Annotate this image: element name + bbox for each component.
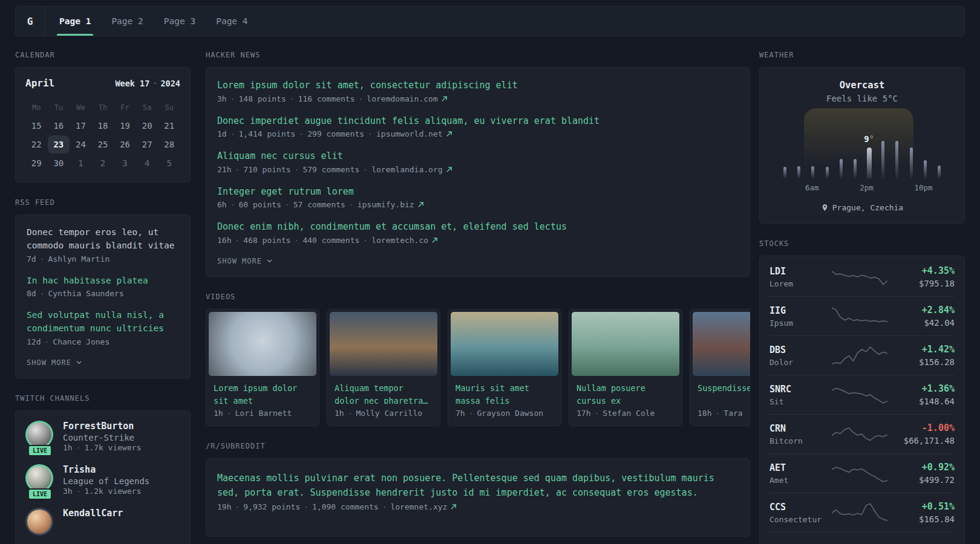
meta-text: 17h bbox=[577, 409, 590, 418]
stock-row[interactable]: AHS+0.46% bbox=[769, 532, 955, 544]
meta-separator: · bbox=[363, 165, 368, 174]
twitch-channel-category: Counter-Strike bbox=[63, 433, 141, 442]
stock-row[interactable]: DBSDolor+1.42%$156.28 bbox=[769, 335, 955, 375]
meta-text: Grayson Dawson bbox=[477, 409, 543, 418]
twitch-channel-name: ForrestBurton bbox=[63, 421, 141, 432]
tab-page-2[interactable]: Page 2 bbox=[109, 7, 145, 36]
stock-ticker: IIG bbox=[769, 305, 828, 316]
video-thumbnail bbox=[451, 312, 558, 376]
item-meta: 1h·1.7k viewers bbox=[63, 443, 141, 452]
twitch-channel-row[interactable]: KendallCarr bbox=[25, 508, 180, 536]
video-card[interactable]: Lorem ipsum dolor sit amet consectetu…1h… bbox=[206, 309, 319, 426]
degree-symbol: ° bbox=[869, 134, 874, 144]
weather-bar-slot bbox=[876, 141, 890, 178]
calendar-day-grid: 1516171819202122232425262728293012345 bbox=[25, 117, 180, 172]
source-domain-link[interactable]: ipsumify.biz bbox=[358, 200, 414, 209]
chevron-down-icon bbox=[76, 359, 82, 366]
rss-item: In hac habitasse platea8d·Cynthia Saunde… bbox=[27, 274, 179, 299]
calendar-day: 4 bbox=[136, 154, 158, 172]
subreddit-widget: /R/SUBREDDIT Maecenas mollis pulvinar er… bbox=[206, 442, 750, 537]
meta-separator: · bbox=[382, 502, 387, 511]
tab-page-3[interactable]: Page 3 bbox=[162, 7, 198, 36]
weather-section-title: WEATHER bbox=[759, 51, 965, 59]
hackernews-show-more-button[interactable]: SHOW MORE bbox=[217, 257, 739, 265]
meta-text: 579 comments bbox=[302, 165, 359, 174]
meta-text: 7d bbox=[27, 254, 36, 264]
item-meta: 3h·1.2k viewers bbox=[63, 487, 141, 496]
hackernews-item-title[interactable]: Lorem ipsum dolor sit amet, consectetur … bbox=[217, 79, 739, 92]
stock-row[interactable]: CCSConsectetur+0.51%$165.84 bbox=[769, 493, 955, 532]
weather-bar-slot bbox=[834, 159, 848, 178]
hackernews-item-title[interactable]: Donec imperdiet augue tincidunt felis al… bbox=[217, 114, 739, 128]
calendar-day: 24 bbox=[70, 135, 92, 154]
stock-row[interactable]: SNRCSit+1.36%$148.64 bbox=[769, 375, 955, 414]
calendar-weekday-label: Mo bbox=[25, 99, 48, 117]
meta-text: Cynthia Saunders bbox=[48, 289, 123, 298]
stock-row[interactable]: AETAmet+0.92%$499.72 bbox=[769, 453, 955, 493]
weather-bar bbox=[895, 141, 898, 178]
stock-sparkline bbox=[828, 344, 892, 367]
tab-page-1[interactable]: Page 1 bbox=[57, 7, 93, 36]
stock-row[interactable]: IIGIpsum+2.84%$42.04 bbox=[769, 296, 955, 335]
stock-change: +0.51% bbox=[892, 501, 955, 512]
meta-separator: · bbox=[304, 502, 309, 511]
video-card[interactable]: Suspendisse diam18h·Tara bbox=[690, 309, 750, 426]
stock-ticker: CRN bbox=[769, 423, 828, 434]
item-meta: 6h·60 points·57 comments·ipsumify.biz bbox=[217, 200, 739, 209]
weather-bar bbox=[840, 159, 843, 178]
source-domain-link[interactable]: loremdomain.com bbox=[367, 94, 437, 103]
videos-section-title: VIDEOS bbox=[206, 293, 750, 301]
rss-item-title[interactable]: Donec tempor eros leo, ut commodo mauris… bbox=[27, 226, 179, 253]
stock-change: +4.35% bbox=[892, 265, 955, 276]
calendar-header: April Week 17·2024 bbox=[25, 77, 180, 89]
meta-separator: · bbox=[40, 289, 45, 298]
stock-name: Consectetur bbox=[769, 515, 828, 524]
hackernews-item-title[interactable]: Aliquam nec cursus elit bbox=[217, 149, 739, 163]
stock-price: $165.84 bbox=[892, 514, 955, 524]
twitch-channel-row[interactable]: LIVETrishaLeague of Legends3h·1.2k viewe… bbox=[25, 464, 180, 496]
video-card[interactable]: Mauris sit amet massa felis7h·Grayson Da… bbox=[448, 309, 561, 426]
rss-show-more-button[interactable]: SHOW MORE bbox=[27, 358, 179, 367]
rss-item-title[interactable]: Sed volutpat nulla nisl, a condimentum n… bbox=[27, 309, 179, 335]
hackernews-item-title[interactable]: Donec enim nibh, condimentum et accumsan… bbox=[217, 220, 739, 234]
stock-row[interactable]: LDILorem+4.35%$795.18 bbox=[769, 257, 955, 296]
calendar-weekday-row: MoTuWeThFrSaSu bbox=[25, 99, 180, 117]
stock-price: $156.28 bbox=[892, 357, 955, 367]
dashboard: CALENDAR April Week 17·2024 MoTuWeThFrSa… bbox=[0, 51, 980, 544]
hackernews-item: Lorem ipsum dolor sit amet, consectetur … bbox=[217, 79, 739, 103]
sparkline-chart bbox=[832, 540, 887, 544]
video-title: Aliquam tempor dolor nec pharetra… bbox=[327, 378, 440, 404]
meta-text: Chance Jones bbox=[53, 337, 109, 346]
source-domain-link[interactable]: loremlandia.org bbox=[371, 165, 442, 174]
calendar-day: 25 bbox=[92, 135, 114, 154]
meta-text: 16h bbox=[217, 236, 231, 245]
weather-bar bbox=[938, 166, 941, 178]
hackernews-item: Donec imperdiet augue tincidunt felis al… bbox=[217, 114, 739, 139]
twitch-channel-row[interactable]: LIVEForrestBurtonCounter-Strike1h·1.7k v… bbox=[25, 421, 180, 452]
stock-sparkline bbox=[828, 462, 892, 485]
meta-text: 8d bbox=[27, 289, 36, 298]
subreddit-post-title[interactable]: Maecenas mollis pulvinar erat non posuer… bbox=[217, 471, 739, 500]
meta-separator: · bbox=[295, 165, 299, 174]
right-column: WEATHER Overcast Feels like 5°C 9° 6am2p… bbox=[759, 51, 965, 544]
weather-condition: Overcast bbox=[769, 80, 955, 91]
hackernews-item-title[interactable]: Integer eget rutrum lorem bbox=[217, 185, 739, 199]
source-domain-link[interactable]: ipsumworld.net bbox=[376, 129, 443, 138]
tab-page-4[interactable]: Page 4 bbox=[214, 7, 250, 36]
external-link-icon bbox=[441, 96, 448, 102]
rss-item-title[interactable]: In hac habitasse platea bbox=[27, 274, 179, 288]
meta-separator: · bbox=[368, 129, 373, 138]
app-logo[interactable]: G bbox=[16, 7, 45, 36]
source-domain-link[interactable]: loremnet.xyz bbox=[390, 502, 447, 511]
video-card[interactable]: Aliquam tempor dolor nec pharetra…1h·Mol… bbox=[327, 309, 440, 426]
item-meta: 7h·Grayson Dawson bbox=[448, 404, 561, 426]
meta-separator: · bbox=[348, 409, 353, 418]
stock-row[interactable]: CRNBitcorn-1.00%$66,171.48 bbox=[769, 414, 955, 453]
meta-separator: · bbox=[230, 129, 235, 138]
calendar-day: 22 bbox=[25, 135, 48, 154]
weather-card: Overcast Feels like 5°C 9° 6am2pm10pm Pr… bbox=[759, 67, 965, 224]
source-domain-link[interactable]: loremtech.co bbox=[371, 236, 428, 245]
calendar-section-title: CALENDAR bbox=[15, 51, 191, 59]
video-card[interactable]: Nullam posuere cursus ex17h·Stefan Cole bbox=[569, 309, 682, 426]
calendar-month: April bbox=[25, 77, 54, 89]
